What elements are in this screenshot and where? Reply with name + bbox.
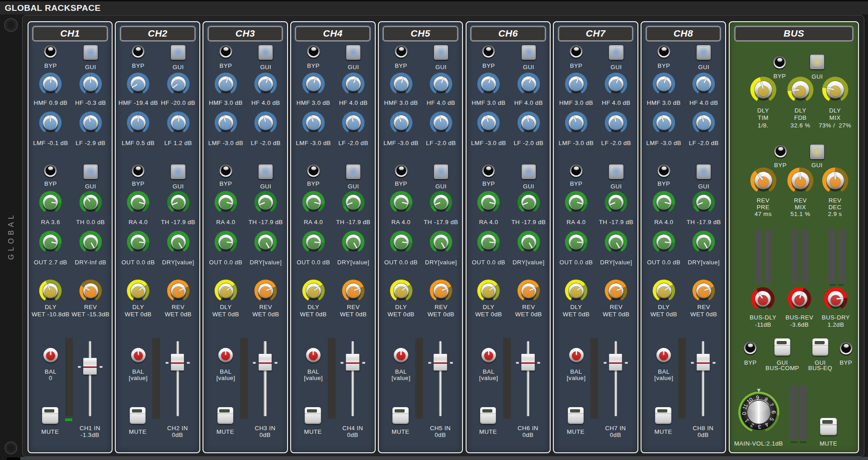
svg-text:6: 6: [770, 411, 777, 414]
svg-text:3: 3: [758, 423, 761, 430]
